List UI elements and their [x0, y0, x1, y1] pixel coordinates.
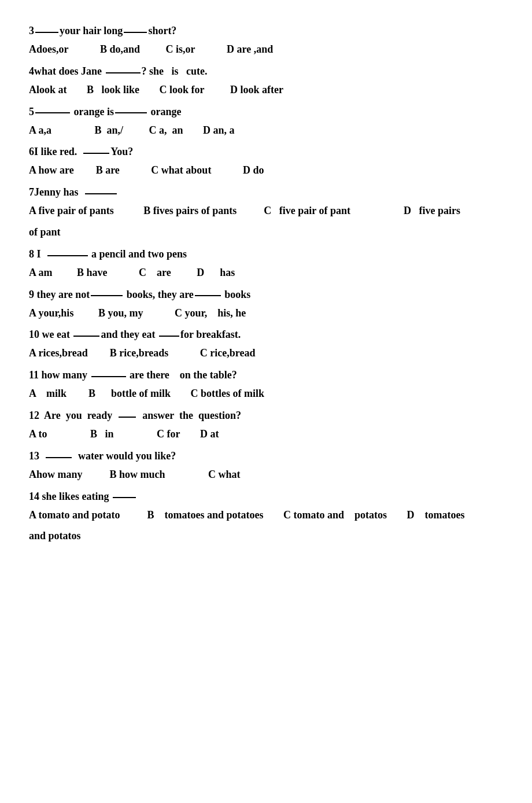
q8-text: 8 I a pencil and two pens: [29, 246, 503, 262]
question-8: 8 I a pencil and two pens A am B have C …: [29, 246, 503, 281]
question-9: 9 they are not books, they are books A y…: [29, 287, 503, 322]
q14-options-wrap: and potatos: [29, 528, 503, 544]
q13-text: 13 water would you like?: [29, 448, 503, 464]
q10-options: A rices,bread B rice,breads C rice,bread: [29, 345, 503, 362]
q14-text: 14 she likes eating: [29, 489, 503, 504]
q4-text: 4what does Jane ? she is cute.: [29, 64, 503, 79]
question-14: 14 she likes eating A tomato and potato …: [29, 489, 503, 545]
q3-text: 3your hair longshort?: [29, 23, 503, 39]
q11-text: 11 how many are there on the table?: [29, 367, 503, 383]
q8-options: A am B have C are D has: [29, 264, 503, 281]
q7-options-wrap: of pant: [29, 224, 503, 241]
q6-text: 6I like red. You?: [29, 144, 503, 160]
q7-options: A five pair of pants B fives pairs of pa…: [29, 202, 503, 219]
question-3: 3your hair longshort? Adoes,or B do,and …: [29, 23, 503, 58]
question-13: 13 water would you like? Ahow many B how…: [29, 448, 503, 483]
q12-options: A to B in C for D at: [29, 426, 503, 443]
q4-options: Alook at B look like C look for D look a…: [29, 82, 503, 98]
q5-options: A a,a B an,/ C a, an D an, a: [29, 122, 503, 139]
q5-text: 5 orange is orange: [29, 104, 503, 120]
q7-text: 7Jenny has: [29, 185, 503, 200]
q14-options: A tomato and potato B tomatoes and potat…: [29, 507, 503, 524]
q3-options: Adoes,or B do,and C is,or D are ,and: [29, 41, 503, 58]
q12-text: 12 Are you ready answer the question?: [29, 408, 503, 423]
q9-options: A your,his B you, my C your, his, he: [29, 305, 503, 322]
question-10: 10 we eat and they eat for breakfast. A …: [29, 327, 503, 362]
question-6: 6I like red. You? A how are B are C what…: [29, 144, 503, 179]
question-4: 4what does Jane ? she is cute. Alook at …: [29, 64, 503, 98]
q10-text: 10 we eat and they eat for breakfast.: [29, 327, 503, 342]
exam-content: 3your hair longshort? Adoes,or B do,and …: [29, 23, 503, 544]
question-12: 12 Are you ready answer the question? A …: [29, 408, 503, 443]
q13-options: Ahow many B how much C what: [29, 466, 503, 483]
q11-options: A milk B bottle of milk C bottles of mil…: [29, 385, 503, 402]
question-5: 5 orange is orange A a,a B an,/ C a, an …: [29, 104, 503, 139]
q6-options: A how are B are C what about D do: [29, 162, 503, 179]
question-7: 7Jenny has A five pair of pants B fives …: [29, 185, 503, 241]
question-11: 11 how many are there on the table? A mi…: [29, 367, 503, 402]
q9-text: 9 they are not books, they are books: [29, 287, 503, 303]
